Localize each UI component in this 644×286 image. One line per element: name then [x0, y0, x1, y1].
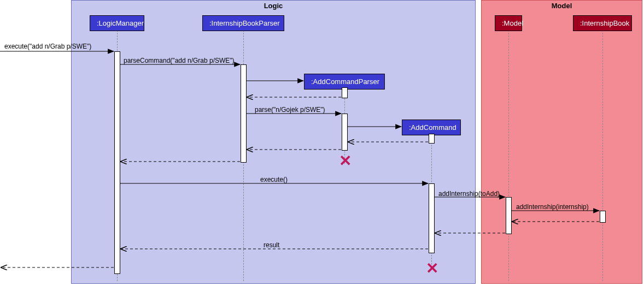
destroy-addcmdparser: ✕ [339, 152, 352, 170]
msg-execute2: execute() [260, 176, 288, 183]
frame-model-label: Model [552, 1, 572, 11]
frame-logic-label: Logic [264, 1, 283, 11]
participant-model: :Model [495, 15, 522, 31]
activation-internshipbook [600, 211, 606, 223]
activation-addcmdparser-1 [342, 87, 348, 98]
activation-ibparser [241, 64, 247, 163]
frame-model: Model [481, 0, 642, 284]
activation-addcmd-1 [429, 134, 435, 144]
destroy-addcmd: ✕ [426, 259, 438, 277]
participant-logicmanager: :LogicManager [90, 15, 144, 31]
participant-ibparser: :InternshipBookParser [202, 15, 284, 31]
msg-addinternship2: addInternship(internship) [516, 203, 589, 211]
msg-parsecommand: parseCommand("add n/Grab p/SWE") [124, 57, 235, 64]
activation-addcmdparser-2 [342, 114, 348, 151]
msg-parse: parse("n/Gojek p/SWE") [255, 106, 325, 114]
sequence-diagram: Logic Model :LogicManager :InternshipBoo… [0, 0, 644, 286]
msg-execute-in: execute("add n/Grab p/SWE") [4, 43, 91, 50]
activation-logicmanager [114, 51, 120, 274]
msg-result: result [264, 241, 279, 249]
participant-addcmd: :AddCommand [402, 120, 461, 135]
lifeline-model [508, 30, 509, 281]
activation-model [506, 197, 512, 234]
participant-internshipbook: :InternshipBook [573, 15, 632, 31]
lifeline-internshipbook [602, 30, 603, 281]
msg-addinternship1: addInternship(toAdd) [438, 190, 500, 198]
activation-addcmd-2 [429, 183, 435, 253]
